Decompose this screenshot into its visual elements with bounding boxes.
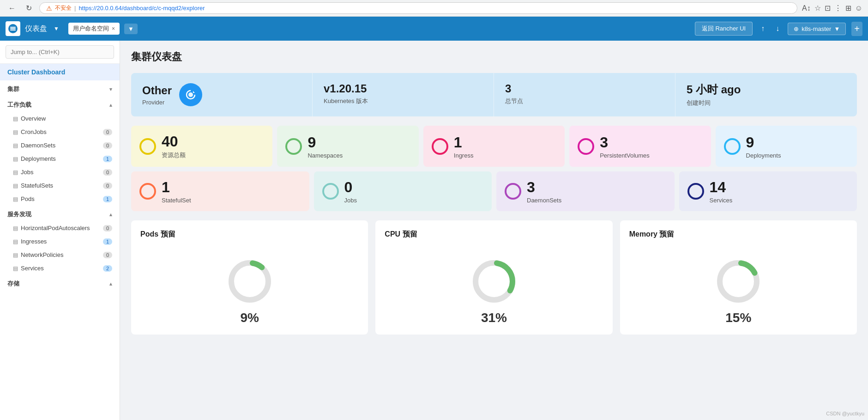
text-zoom-icon[interactable]: A↕ (802, 4, 811, 12)
sidebar-section-storage[interactable]: 存储 ▴ (0, 275, 120, 291)
sidebar-section-workload-label: 工作负载 (7, 101, 31, 109)
sidebar-section-cluster-label: 集群 (7, 85, 19, 93)
back-button[interactable]: ← (6, 3, 18, 13)
pods-icon: ▤ (13, 196, 18, 202)
stat-card-statefulset[interactable]: 1 StatefulSet (131, 171, 309, 211)
cpu-percentage: 31% (385, 310, 603, 325)
created-value: 5 小时 ago (687, 82, 846, 97)
provider-label: Provider (142, 99, 172, 106)
ingresses-count: 1 (103, 238, 112, 245)
pods-label: Pods (21, 195, 35, 202)
pods-count: 1 (103, 196, 112, 202)
sidebar-item-hpa[interactable]: ▤ HorizontalPodAutoscalers 0 (0, 221, 120, 235)
sidebar-item-network-policies[interactable]: ▤ NetworkPolicies 0 (0, 248, 120, 262)
memory-chart-title: Memory 预留 (629, 230, 848, 239)
sidebar-section-workload[interactable]: 工作负载 ▴ (0, 96, 120, 112)
k8s-version-value: v1.20.15 (324, 82, 482, 95)
sidebar-item-overview[interactable]: ▤ Overview (0, 112, 120, 125)
cpu-chart-card: CPU 预留 31% (375, 220, 612, 335)
sidebar-section-cluster-arrow: ▾ (109, 86, 112, 92)
stat-card-jobs[interactable]: 0 Jobs (314, 171, 492, 211)
namespace-close-button[interactable]: × (112, 25, 115, 32)
namespaces-num: 9 (307, 134, 343, 151)
namespace-filter[interactable]: 用户命名空间 × (68, 23, 120, 35)
k8s-version-label: Kubernetes 版本 (324, 97, 482, 105)
sidebar-search (0, 41, 120, 64)
provider-cell: Other Provider (131, 73, 313, 116)
daemonsets-count: 0 (103, 142, 112, 149)
menu-icon[interactable]: ⋮ (834, 4, 842, 12)
deployments-count: 1 (103, 156, 112, 162)
profile-icon[interactable]: ☺ (855, 4, 862, 12)
sidebar-item-jobs[interactable]: ▤ Jobs 0 (0, 165, 120, 179)
namespace-label: 用户命名空间 (73, 24, 109, 33)
search-input[interactable] (6, 45, 114, 59)
ingress-num: 1 (454, 134, 474, 151)
network-policies-count: 0 (103, 252, 112, 258)
deployments-icon: ▤ (13, 156, 18, 162)
cronjobs-icon: ▤ (13, 129, 18, 135)
pv-ring-icon (578, 138, 594, 155)
sidebar-item-cluster-dashboard[interactable]: Cluster Dashboard (0, 64, 120, 80)
picture-in-picture-icon[interactable]: ⊡ (825, 4, 831, 12)
services-stat-num: 14 (710, 179, 733, 196)
stat-card-pv[interactable]: 3 PersistentVolumes (569, 126, 711, 167)
sidebar-section-service-discovery[interactable]: 服务发现 ▴ (0, 206, 120, 221)
pods-percentage: 9% (140, 310, 359, 325)
return-rancher-button[interactable]: 返回 Rancher UI (695, 22, 753, 36)
cluster-selector[interactable]: ⊕ k8s-master ▼ (788, 23, 846, 35)
refresh-button[interactable]: ↻ (23, 3, 35, 13)
sidebar-item-daemonsets[interactable]: ▤ DaemonSets 0 (0, 139, 120, 152)
statefulsets-label: StatefulSets (21, 182, 53, 189)
overview-label: Overview (21, 115, 46, 122)
nodes-cell: 3 总节点 (494, 73, 675, 116)
sidebar-section-workload-arrow: ▴ (109, 102, 112, 108)
daemonsets-icon: ▤ (13, 142, 18, 149)
sidebar-section-cluster[interactable]: 集群 ▾ (0, 80, 120, 96)
sidebar-item-ingresses[interactable]: ▤ Ingresses 1 (0, 235, 120, 248)
statefulset-num: 1 (162, 179, 191, 196)
sidebar-item-statefulsets[interactable]: ▤ StatefulSets 0 (0, 179, 120, 192)
page-title: 集群仪表盘 (131, 50, 857, 64)
stat-card-ingress[interactable]: 1 Ingress (423, 126, 565, 167)
stat-card-deployments[interactable]: 9 Deployments (716, 126, 857, 167)
stat-card-services[interactable]: 14 Services (679, 171, 857, 211)
cpu-donut-chart (469, 256, 519, 307)
jobs-stat-num: 0 (344, 179, 357, 196)
statefulset-label: StatefulSet (162, 197, 191, 204)
ingress-ring-icon (432, 138, 448, 155)
sidebar-item-services[interactable]: ▤ Services 2 (0, 262, 120, 275)
hpa-count: 0 (103, 225, 112, 231)
pods-donut-chart (224, 256, 275, 307)
app-logo (6, 21, 20, 36)
provider-icon (179, 83, 202, 106)
stat-card-namespaces[interactable]: 9 Namespaces (277, 126, 418, 167)
bookmark-icon[interactable]: ☆ (814, 4, 821, 12)
stat-card-resources[interactable]: 40 资源总额 (131, 126, 272, 167)
url-bar[interactable]: ⚠ 不安全 | https://20.0.0.64/dashboard/c/c-… (39, 2, 797, 14)
jobs-count: 0 (103, 169, 112, 176)
namespace-dropdown-button[interactable]: ▼ (124, 24, 138, 34)
services-icon: ▤ (13, 265, 18, 272)
app-container: Cluster Dashboard 集群 ▾ 工作负载 ▴ ▤ Overview… (0, 41, 868, 420)
sidebar-item-cronjobs[interactable]: ▤ CronJobs 0 (0, 125, 120, 139)
new-item-button[interactable]: + (851, 22, 862, 36)
cpu-chart-area (385, 247, 603, 307)
title-dropdown-arrow[interactable]: ▼ (54, 25, 59, 32)
url-text: https://20.0.0.64/dashboard/c/c-mqqd2/ex… (78, 5, 205, 12)
sidebar-item-pods[interactable]: ▤ Pods 1 (0, 192, 120, 206)
watermark: CSDN @yuctkyu (826, 411, 864, 416)
browser-bar: ← ↻ ⚠ 不安全 | https://20.0.0.64/dashboard/… (0, 0, 868, 17)
topbar: 仪表盘 ▼ 用户命名空间 × ▼ 返回 Rancher UI ↑ ↓ ⊕ k8s… (0, 17, 868, 41)
extensions-icon[interactable]: ⊞ (845, 4, 851, 12)
import-button[interactable]: ↓ (773, 23, 782, 35)
jobs-stat-label: Jobs (344, 197, 357, 204)
memory-percentage: 15% (629, 310, 848, 325)
sidebar: Cluster Dashboard 集群 ▾ 工作负载 ▴ ▤ Overview… (0, 41, 120, 420)
memory-chart-card: Memory 预留 15% (620, 220, 857, 335)
daemonsets-ring-icon (505, 183, 521, 200)
stat-card-daemonsets[interactable]: 3 DaemonSets (496, 171, 675, 211)
upload-button[interactable]: ↑ (758, 23, 767, 35)
sidebar-item-deployments[interactable]: ▤ Deployments 1 (0, 152, 120, 165)
provider-value: Other (142, 84, 172, 97)
